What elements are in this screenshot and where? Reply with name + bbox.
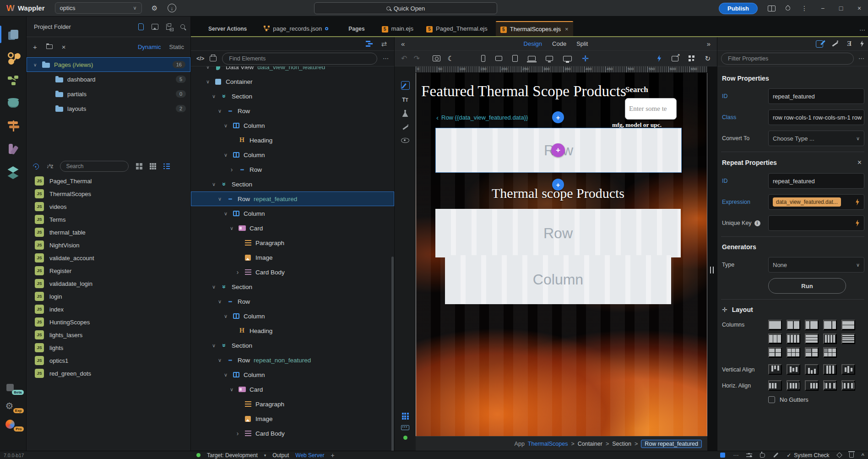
tree-row[interactable]: Row — [191, 294, 394, 309]
experiments-flask-icon[interactable] — [402, 110, 408, 117]
document-tab[interactable]: main.ejs — [377, 21, 418, 36]
more-menu-icon[interactable]: ⋮ — [800, 5, 808, 12]
feedback-thumb-icon[interactable] — [760, 453, 765, 458]
column-layout-option[interactable] — [787, 333, 800, 344]
breadcrumb-item[interactable]: > — [571, 441, 574, 447]
rail-item[interactable] — [0, 46, 27, 69]
project-select[interactable]: optics ∨ — [55, 2, 142, 14]
tree-row[interactable]: Paragraph — [191, 235, 394, 250]
tree-row[interactable]: Section — [191, 338, 394, 353]
publish-button[interactable]: Publish — [719, 3, 758, 14]
tree-row[interactable]: Image — [191, 411, 394, 426]
tree-row[interactable]: Column — [191, 118, 394, 133]
expression-input[interactable]: data_view_featured.dat... — [768, 194, 864, 210]
unique-key-input[interactable] — [768, 215, 864, 231]
device-desktop-icon[interactable] — [546, 56, 553, 61]
settings-gear-icon[interactable]: ⚙ — [150, 4, 159, 13]
add-file-button[interactable]: + — [33, 43, 37, 51]
page-search-box[interactable] — [625, 98, 677, 120]
file-row[interactable]: JS HuntingScopes — [27, 316, 190, 328]
row-class-input[interactable]: row row-cols-1 row-cols-sm-1 row — [768, 109, 864, 125]
system-check-button[interactable]: ✓ System Check — [787, 452, 829, 459]
tree-row[interactable]: Card — [191, 382, 394, 397]
window-close-button[interactable]: × — [855, 5, 863, 12]
filter-properties-input[interactable] — [721, 53, 854, 65]
vertical-align-option[interactable] — [823, 364, 837, 375]
rail-item[interactable] — [0, 160, 27, 183]
repeat-id-input[interactable]: repeat_featured — [768, 173, 864, 189]
tree-chevron-icon[interactable] — [217, 108, 222, 114]
dynamic-data-icon[interactable] — [656, 55, 662, 62]
column-layout-option[interactable] — [768, 320, 782, 330]
info-icon[interactable]: i — [754, 220, 760, 226]
tree-chevron-icon[interactable] — [205, 79, 211, 85]
column-layout-option[interactable] — [823, 347, 837, 358]
file-row[interactable]: JS optics1 — [27, 354, 190, 367]
tree-scrollbar[interactable] — [391, 257, 394, 451]
tree-chevron-icon[interactable] — [217, 357, 222, 363]
file-row[interactable]: JS login — [27, 290, 190, 303]
grid-small-view-icon[interactable] — [150, 163, 156, 169]
file-row[interactable]: JS Register — [27, 264, 190, 277]
components-icon[interactable] — [210, 56, 217, 61]
resize-handle[interactable] — [710, 267, 714, 273]
document-tab[interactable]: ThermalScopes.ejs × — [496, 21, 573, 36]
page-heading-products[interactable]: Thermal scope Products — [448, 186, 668, 201]
no-gutters-checkbox[interactable] — [768, 396, 775, 403]
column-layout-option[interactable] — [805, 347, 819, 358]
horizontal-align-option[interactable] — [841, 380, 855, 391]
file-row[interactable]: JS ThermalScopes — [27, 187, 190, 200]
tree-chevron-icon[interactable] — [217, 299, 222, 305]
screenshot-icon[interactable] — [433, 55, 440, 61]
assets-view-icon[interactable] — [152, 24, 158, 30]
rail-item[interactable] — [0, 92, 27, 115]
page-search-input[interactable] — [629, 105, 673, 113]
vertical-align-option[interactable] — [841, 364, 855, 375]
horizontal-align-option[interactable] — [787, 380, 800, 391]
column-layout-option[interactable] — [805, 333, 819, 344]
column-layout-option[interactable] — [841, 333, 855, 344]
folder-row[interactable]: partials 0 — [27, 87, 190, 101]
rail-item[interactable] — [0, 69, 27, 92]
output-button[interactable]: Output — [272, 452, 289, 459]
run-button[interactable]: Run — [768, 278, 846, 294]
rail-item[interactable] — [0, 137, 27, 160]
document-tab[interactable]: Server Actions — [196, 21, 255, 36]
grid-toggle-icon[interactable] — [402, 413, 409, 420]
horizontal-align-option[interactable] — [805, 380, 819, 391]
rail-item[interactable] — [0, 23, 27, 46]
tree-row[interactable]: Container — [191, 74, 394, 89]
tree-chevron-icon[interactable] — [223, 123, 228, 129]
tree-chevron-icon[interactable] — [205, 66, 211, 70]
tree-row[interactable]: Section — [191, 177, 394, 191]
vertical-align-option[interactable] — [768, 364, 782, 375]
expand-up-icon[interactable]: ^ — [862, 453, 864, 458]
dynamic-events-icon[interactable] — [860, 41, 864, 47]
file-row[interactable]: JS validadate_login — [27, 277, 190, 290]
device-tablet-icon[interactable] — [512, 55, 518, 62]
generator-type-select[interactable]: None ∨ — [768, 257, 864, 273]
device-laptop-icon[interactable] — [528, 56, 536, 61]
rail-item-beta[interactable]: Beta — [5, 382, 21, 394]
grid-large-view-icon[interactable] — [136, 163, 142, 169]
breadcrumb-item[interactable]: > — [606, 441, 609, 447]
document-tab[interactable]: page_records.json — [259, 21, 333, 36]
file-row[interactable]: JS index — [27, 303, 190, 316]
horizontal-align-option[interactable] — [768, 380, 782, 391]
horizontal-align-option[interactable] — [823, 380, 837, 391]
breadcrumb-item[interactable]: Row repeat_featured — [641, 440, 702, 448]
find-elements-input[interactable] — [222, 53, 377, 65]
folder-row[interactable]: ∨ Pages (/views) 16 — [27, 57, 190, 72]
device-landscape-icon[interactable] — [495, 56, 502, 61]
document-tab[interactable]: Paged_Thermal.ejs — [422, 21, 492, 36]
vertical-align-option[interactable] — [787, 364, 800, 375]
styles-wand-icon[interactable] — [831, 40, 839, 48]
tree-row[interactable]: Card — [191, 221, 394, 235]
breadcrumb-item[interactable]: Section — [612, 441, 631, 447]
panel-menu-icon[interactable]: ⋯ — [383, 55, 389, 62]
status-more-icon[interactable]: ⋯ — [733, 452, 738, 459]
tree-chevron-icon[interactable] — [211, 181, 217, 187]
tree-chevron-icon[interactable] — [235, 430, 240, 437]
outline-mode-icon[interactable] — [366, 41, 373, 47]
bootstrap-icon[interactable]: Ǝ — [847, 40, 852, 48]
